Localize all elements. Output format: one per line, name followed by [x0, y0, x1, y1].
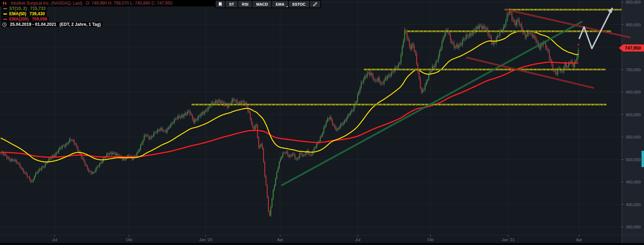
- instrument-title: Intuitive Surgical Inc. (NASDAQ, Last): [11, 1, 82, 6]
- toolbar-button-sstoc[interactable]: SSTOC: [289, 1, 309, 7]
- ema200-label: EMA(200): [9, 17, 29, 22]
- clock-icon: [2, 22, 7, 27]
- time-tick-label: Okt: [427, 238, 434, 242]
- ohlc-values: O: 749,990 H: 758,070 L: 745,890 C: 747,…: [86, 1, 172, 6]
- toolbar-button-ema[interactable]: EMA: [272, 1, 288, 7]
- st-label: ST(10, 2): [9, 6, 27, 11]
- st-color-swatch: [3, 8, 7, 9]
- indicator-row-ema50: EMA(50) 739,430: [1, 11, 174, 16]
- price-tick-label: 850,000: [626, 0, 641, 4]
- chart-canvas[interactable]: 850,000800,000700,000650,000600,000550,0…: [0, 0, 644, 245]
- price-tick-label: 650,000: [626, 90, 641, 94]
- time-tick-label: Jan '21: [502, 238, 515, 242]
- time-tick-label: Apr: [576, 238, 582, 242]
- price-tick-label: 600,000: [626, 113, 641, 117]
- pen-icon: [313, 2, 317, 6]
- time-tick-label: Okt: [126, 238, 133, 242]
- ema50-value: 739,430: [29, 11, 45, 16]
- price-tick-label: 400,000: [626, 203, 641, 207]
- indicator-toolbar: ST RSI MACD EMA SSTOC: [215, 0, 321, 8]
- price-tick-label: 550,000: [626, 135, 641, 139]
- price-tick-label: 350,000: [626, 225, 641, 229]
- time-tick-label: Jan '20: [199, 238, 212, 242]
- time-tick-label: Apr: [277, 238, 283, 242]
- ema200-value: 709,096: [32, 17, 47, 22]
- indicator-row-st: ST(10, 2) 715,733: [1, 6, 174, 11]
- chart-legend: Intuitive Surgical Inc. (NASDAQ, Last) O…: [1, 1, 174, 27]
- st-value: 715,733: [30, 6, 45, 11]
- horizontal-level-line[interactable]: [407, 31, 611, 32]
- ema-dropdown-caret: [286, 6, 288, 7]
- toolbar-button-macd[interactable]: MACD: [252, 1, 271, 7]
- horizontal-level-line[interactable]: [191, 104, 606, 105]
- range-detail: (EDT, 2 Jahre, 1 Tag): [60, 22, 101, 27]
- time-tick-label: Jul: [52, 238, 57, 242]
- horizontal-level-line[interactable]: [364, 69, 606, 70]
- candlestick-icon: [2, 1, 7, 6]
- time-tick-label: Jul: [355, 238, 361, 242]
- instrument-row: Intuitive Surgical Inc. (NASDAQ, Last) O…: [1, 1, 174, 6]
- ema50-color-swatch: [3, 13, 7, 15]
- flag-icon: [218, 2, 222, 6]
- price-tick-label: 700,000: [626, 68, 641, 72]
- toolbar-button-rsi[interactable]: RSI: [238, 1, 252, 7]
- date-range: 25.04.2019 - 01.04.2021: [10, 22, 56, 27]
- indicator-row-ema200: EMA(200) 709,096: [1, 17, 174, 22]
- last-trade-marker: [578, 44, 579, 45]
- watchlist-flag-button[interactable]: [216, 1, 225, 7]
- price-tick-label: 800,000: [626, 23, 641, 27]
- edge-scroll-handle[interactable]: [642, 151, 644, 167]
- bottom-strip: [0, 243, 644, 245]
- last-price-label: 747,950: [625, 46, 641, 51]
- date-range-row: 25.04.2019 - 01.04.2021 (EDT, 2 Jahre, 1…: [1, 22, 174, 27]
- ema200-color-swatch: [3, 19, 7, 20]
- ema50-label: EMA(50): [9, 11, 26, 16]
- draw-tool-button[interactable]: [310, 1, 320, 7]
- price-tick-label: 450,000: [626, 180, 641, 184]
- price-tick-label: 500,000: [626, 158, 641, 162]
- horizontal-level-line[interactable]: [505, 10, 622, 10]
- toolbar-button-st[interactable]: ST: [226, 1, 238, 7]
- last-price-tag: 747,950: [619, 45, 644, 52]
